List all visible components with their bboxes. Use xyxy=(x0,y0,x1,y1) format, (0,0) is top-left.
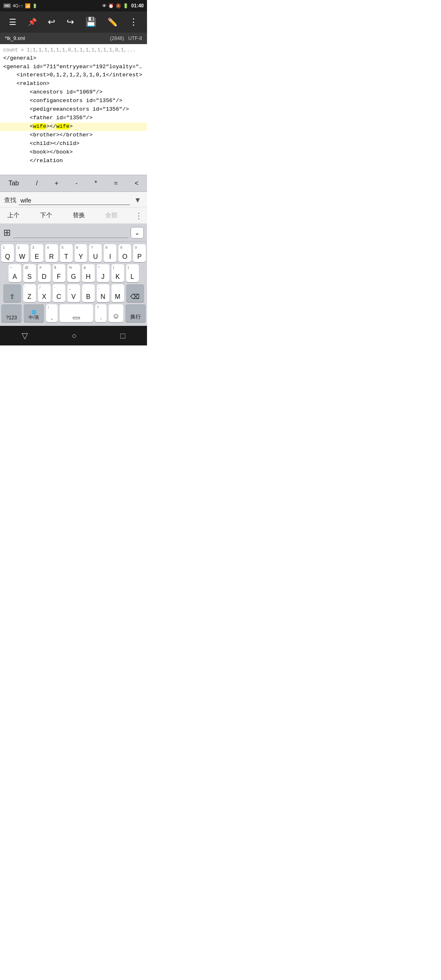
search-row: 查找 ▼ xyxy=(4,195,143,205)
space-key[interactable] xyxy=(60,304,93,322)
redo-icon: ↪ xyxy=(67,17,74,27)
key-z[interactable]: 'Z xyxy=(23,284,36,302)
key-u[interactable]: 7U xyxy=(89,244,102,262)
shift-key[interactable]: ⇧ xyxy=(3,284,21,302)
nav-bar: ▽ ○ □ xyxy=(0,326,147,345)
code-line-wife: <wife></wife> xyxy=(0,122,147,131)
less-than-key[interactable]: < xyxy=(130,177,143,189)
symbol-row: Tab / + - * = < xyxy=(0,175,147,192)
search-more-button[interactable]: ⋮ xyxy=(135,211,143,220)
lang-switch-key[interactable]: 🌐中/英 xyxy=(24,304,44,322)
key-a[interactable]: ~A xyxy=(9,264,21,282)
input-toolbar: ⊞ ⌄ xyxy=(0,224,147,242)
file-info: (2848) UTF-8 xyxy=(110,36,142,41)
minus-key[interactable]: - xyxy=(71,177,82,189)
main-toolbar: ☰ 📌 ↩ ↪ 💾 ✏️ ⋮ xyxy=(0,11,147,33)
key-e[interactable]: 3E xyxy=(31,244,43,262)
key-l[interactable]: )L xyxy=(126,264,139,282)
next-match-button[interactable]: 下个 xyxy=(37,210,56,221)
key-r[interactable]: 4R xyxy=(45,244,58,262)
enter-key[interactable]: 换行 xyxy=(125,304,146,322)
back-button[interactable]: ▽ xyxy=(12,327,38,344)
code-line-12: <book></book> xyxy=(0,148,147,157)
edit-button[interactable]: ✏️ xyxy=(104,14,121,30)
menu-button[interactable]: ☰ xyxy=(6,14,20,30)
backspace-key[interactable]: ⌫ xyxy=(126,284,144,302)
emoji-key[interactable]: ☺ xyxy=(109,304,123,322)
pin-icon: 📌 xyxy=(28,18,37,27)
more-button[interactable]: ⋮ xyxy=(126,13,141,31)
key-y[interactable]: 6Y xyxy=(75,244,87,262)
menu-icon: ☰ xyxy=(9,17,16,27)
code-line-7: <pedigreeancestors id="1356"/> xyxy=(0,105,147,114)
key-g[interactable]: %G xyxy=(67,264,80,282)
key-k[interactable]: (K xyxy=(111,264,124,282)
input-cursor-area xyxy=(13,227,128,238)
key-h[interactable]: &H xyxy=(82,264,95,282)
code-line-5: <ancestors id="1069"/> xyxy=(0,88,147,97)
key-v[interactable]: _V xyxy=(67,284,80,302)
keyboard: 1Q 2W 3E 4R 5T 6Y 7U 8I 9O 0P ~A @S #D $… xyxy=(0,242,147,326)
keyboard-row-4: ?123 🌐中/英 !, ?. ☺ 换行 xyxy=(1,304,146,322)
exclaim-comma-key[interactable]: !, xyxy=(46,304,58,322)
key-n[interactable]: ;N xyxy=(97,284,109,302)
search-input[interactable] xyxy=(19,196,130,205)
key-i[interactable]: 8I xyxy=(104,244,116,262)
keyboard-row-3: ⇧ 'Z /X -C _V :B ;N M ⌫ xyxy=(1,284,146,302)
redo-button[interactable]: ↪ xyxy=(63,13,77,31)
key-q[interactable]: 1Q xyxy=(1,244,14,262)
key-s[interactable]: @S xyxy=(23,264,36,282)
replace-button[interactable]: 替换 xyxy=(69,210,88,221)
eye-icon: 👁 xyxy=(102,3,107,8)
key-x[interactable]: /X xyxy=(38,284,51,302)
search-dropdown-button[interactable]: ▼ xyxy=(132,195,143,205)
bell-off-icon: 🔕 xyxy=(116,3,121,9)
asterisk-key[interactable]: * xyxy=(89,177,102,189)
keyboard-row-2: ~A @S #D $F %G &H *J (K )L xyxy=(1,264,146,282)
key-m[interactable]: M xyxy=(111,284,124,302)
home-button[interactable]: ○ xyxy=(62,328,86,344)
collapse-keyboard-button[interactable]: ⌄ xyxy=(131,227,144,238)
undo-icon: ↩ xyxy=(48,17,55,27)
status-right: 👁 ⏰ 🔕 🔋 01:40 xyxy=(102,3,144,9)
key-j[interactable]: *J xyxy=(97,264,109,282)
signal-bars: 📶 xyxy=(25,3,31,9)
recents-icon: □ xyxy=(120,331,125,340)
collapse-icon: ⌄ xyxy=(135,229,140,236)
plus-key[interactable]: + xyxy=(50,177,63,189)
key-t[interactable]: 5T xyxy=(60,244,73,262)
pin-button[interactable]: 📌 xyxy=(24,14,40,30)
undo-button[interactable]: ↩ xyxy=(45,13,58,31)
search-actions: 上个 下个 替换 全部 ⋮ xyxy=(0,207,147,224)
slash-key[interactable]: / xyxy=(31,177,42,189)
code-line-2: <general id="711"entryyear="192"loyalty=… xyxy=(0,63,147,71)
save-button[interactable]: 💾 xyxy=(82,13,100,31)
question-period-key[interactable]: ?. xyxy=(95,304,107,322)
key-w[interactable]: 2W xyxy=(16,244,29,262)
wife-highlight-close: wife xyxy=(56,123,69,129)
equals-key[interactable]: = xyxy=(109,177,122,189)
code-editor[interactable]: count = 1;1,1,1,1,1,1,0,1,1,1,1,1,1,1,0,… xyxy=(0,44,147,175)
prev-match-button[interactable]: 上个 xyxy=(4,210,23,221)
code-line-top: count = 1;1,1,1,1,1,1,0,1,1,1,1,1,1,1,0,… xyxy=(0,47,147,54)
alarm-icon: ⏰ xyxy=(108,3,114,9)
code-line-13: </relation xyxy=(0,157,147,165)
key-b[interactable]: :B xyxy=(82,284,95,302)
tab-key[interactable]: Tab xyxy=(4,177,24,189)
search-bar: 查找 ▼ xyxy=(0,192,147,207)
search-label: 查找 xyxy=(4,196,16,204)
code-line-3: <interest>0,1,2,1,2,3,1,0,1</interest> xyxy=(0,71,147,80)
code-line-10: <brother></brother> xyxy=(0,131,147,140)
line-count: (2848) xyxy=(110,36,124,41)
replace-all-button[interactable]: 全部 xyxy=(102,210,121,221)
edit-icon: ✏️ xyxy=(107,17,118,27)
key-d[interactable]: #D xyxy=(38,264,51,282)
key-c[interactable]: -C xyxy=(53,284,65,302)
keyboard-row-1: 1Q 2W 3E 4R 5T 6Y 7U 8I 9O 0P xyxy=(1,244,146,262)
key-f[interactable]: $F xyxy=(53,264,65,282)
grid-icon-button[interactable]: ⊞ xyxy=(3,227,11,238)
num-switch-key[interactable]: ?123 xyxy=(1,304,22,322)
key-p[interactable]: 0P xyxy=(133,244,146,262)
recents-button[interactable]: □ xyxy=(110,328,135,344)
key-o[interactable]: 9O xyxy=(118,244,131,262)
